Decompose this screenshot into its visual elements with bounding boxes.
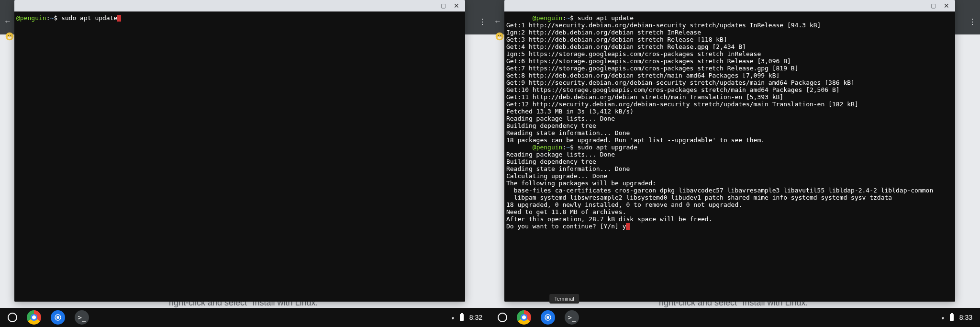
terminal-body[interactable]: @penguin:~$ sudo apt update Get:1 http:/… [504, 11, 955, 302]
battery-icon [460, 314, 464, 321]
terminal-window[interactable]: — ▢ ✕ @penguin:~$ sudo apt update Get:1 … [504, 0, 955, 302]
chrome-app-icon[interactable] [517, 310, 531, 325]
status-tray[interactable]: 8:33 [942, 314, 972, 321]
minimize-button[interactable]: — [423, 0, 436, 11]
close-button[interactable]: ✕ [450, 0, 463, 11]
minimize-button[interactable]: — [913, 0, 926, 11]
svg-point-7 [498, 36, 501, 39]
window-titlebar[interactable]: — ▢ ✕ [504, 0, 955, 11]
maximize-button[interactable]: ▢ [436, 0, 450, 11]
clock: 8:32 [469, 314, 482, 321]
shelf: >_ 8:33 [490, 308, 980, 327]
terminal-window[interactable]: — ▢ ✕ @penguin:~$ sudo apt update [14, 0, 465, 302]
linux-app-icon[interactable] [4, 31, 15, 42]
svg-point-3 [11, 35, 11, 36]
screenshot-left: ← ⋮ right-click and select "Install with… [0, 0, 490, 327]
terminal-tooltip: Terminal [549, 294, 579, 304]
window-titlebar[interactable]: — ▢ ✕ [14, 0, 465, 11]
files-app-icon[interactable] [541, 310, 555, 325]
wifi-icon [942, 314, 944, 321]
back-icon[interactable]: ← [4, 17, 11, 26]
overflow-menu-icon[interactable]: ⋮ [969, 17, 976, 26]
chrome-app-icon[interactable] [27, 310, 41, 325]
terminal-app-icon[interactable]: >_ [75, 310, 89, 325]
shelf: >_ 8:32 [0, 308, 490, 327]
status-tray[interactable]: 8:32 [452, 314, 482, 321]
svg-point-1 [8, 36, 11, 39]
maximize-button[interactable]: ▢ [926, 0, 940, 11]
svg-point-8 [498, 35, 499, 36]
svg-point-2 [8, 35, 9, 36]
battery-icon [950, 314, 954, 321]
close-button[interactable]: ✕ [940, 0, 953, 11]
launcher-icon[interactable] [498, 313, 507, 322]
back-icon[interactable]: ← [494, 17, 501, 26]
terminal-body[interactable]: @penguin:~$ sudo apt update [14, 11, 465, 302]
overflow-menu-icon[interactable]: ⋮ [479, 17, 486, 26]
clock: 8:33 [959, 314, 972, 321]
svg-rect-5 [56, 316, 59, 318]
svg-point-9 [501, 35, 501, 36]
wifi-icon [452, 314, 454, 321]
linux-app-icon[interactable] [494, 31, 505, 42]
terminal-app-icon[interactable]: >_ [565, 310, 579, 325]
screenshot-right: ← ⋮ right-click and select "Install with… [490, 0, 980, 327]
svg-rect-11 [546, 316, 549, 318]
launcher-icon[interactable] [8, 313, 17, 322]
files-app-icon[interactable] [51, 310, 65, 325]
